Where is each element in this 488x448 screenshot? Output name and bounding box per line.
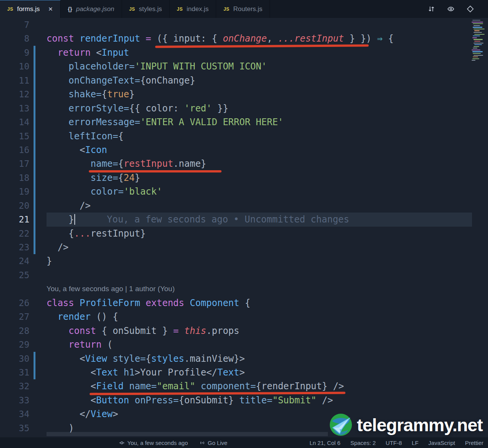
line-number[interactable]: 28 [0, 324, 29, 338]
tab-styles-js[interactable]: JSstyles.js [122, 0, 170, 18]
status-item-go-live[interactable]: Go Live [199, 440, 228, 446]
status-item-spaces-2[interactable]: Spaces: 2 [350, 440, 376, 446]
line-number[interactable]: 32 [0, 379, 29, 393]
code-token: /> [47, 200, 91, 211]
code-line-15[interactable]: 15 leftIcon={ [0, 129, 488, 143]
line-number[interactable]: 14 [0, 115, 29, 129]
code-line-13[interactable]: 13 errorStyle={{ color: 'red' }} [0, 102, 488, 115]
status-item-javascript[interactable]: JavaScript [429, 440, 455, 446]
code-line-14[interactable]: 14 errorMessage='ENTER A VALID ERROR HER… [0, 115, 488, 129]
code-line-7[interactable]: 7 [0, 18, 488, 32]
code-text: errorStyle={{ color: 'red' }} [47, 102, 472, 115]
compare-changes-icon[interactable] [425, 3, 438, 16]
line-number[interactable]: 22 [0, 227, 29, 240]
line-number[interactable]: 16 [0, 143, 29, 157]
line-number[interactable]: 17 [0, 157, 29, 171]
code-token [47, 311, 58, 322]
code-line-24[interactable]: 24} [0, 254, 488, 268]
line-number[interactable]: 11 [0, 74, 29, 87]
code-token: Text [96, 367, 124, 378]
tab-package-json[interactable]: {}package.json [61, 0, 122, 18]
code-token: placeholder= [69, 61, 135, 72]
line-number[interactable]: 12 [0, 87, 29, 101]
horizontal-scrollbar[interactable] [47, 432, 328, 436]
code-line-31[interactable]: 31 <Text h1>Your Profile</Text> [0, 366, 488, 379]
code-line-28[interactable]: 28 const { onSubmit } = this.props [0, 324, 488, 338]
codelens[interactable]: You, a few seconds ago | 1 author (You) [0, 282, 488, 296]
code-line-26[interactable]: 26class ProfileForm extends Component { [0, 296, 488, 310]
line-number[interactable]: 20 [0, 199, 29, 213]
tab-routers-js[interactable]: JSRouters.js [216, 0, 270, 18]
line-number[interactable]: 8 [0, 32, 29, 45]
status-item-utf-8[interactable]: UTF-8 [386, 440, 402, 446]
code-line-29[interactable]: 29 return ( [0, 338, 488, 351]
commit-icon [119, 440, 125, 446]
code-line-25[interactable]: 25 [0, 268, 488, 282]
line-number[interactable]: 34 [0, 407, 29, 421]
tab-forms-js[interactable]: JSforms.js✕ [0, 0, 61, 18]
code-line-12[interactable]: 12 shake={true} [0, 87, 488, 101]
open-preview-icon[interactable] [444, 3, 457, 16]
line-number[interactable]: 33 [0, 393, 29, 407]
code-token: 'black' [124, 186, 162, 197]
line-number[interactable]: 25 [0, 268, 29, 282]
line-number[interactable]: 24 [0, 254, 29, 268]
line-number[interactable]: 30 [0, 352, 29, 366]
code-line-17[interactable]: 17 name={restInput.name} [0, 157, 488, 171]
code-line-21[interactable]: 21 }You, a few seconds ago • Uncommitted… [0, 213, 488, 226]
codelens-text[interactable]: You, a few seconds ago | 1 author (You) [47, 282, 175, 296]
minimap-line [473, 23, 483, 24]
status-item-lf[interactable]: LF [412, 440, 419, 446]
code-line-16[interactable]: 16 <Icon [0, 143, 488, 157]
line-number[interactable]: 19 [0, 185, 29, 198]
code-line-19[interactable]: 19 color='black' [0, 185, 488, 198]
code-line-11[interactable]: 11 onChangeText={onChange} [0, 74, 488, 87]
code-token: < [47, 367, 96, 378]
status-item-ln-21-col-6[interactable]: Ln 21, Col 6 [310, 440, 340, 446]
code-text: }You, a few seconds ago • Uncommitted ch… [47, 213, 472, 226]
line-number[interactable]: 31 [0, 366, 29, 379]
code-line-32[interactable]: 32 <Field name="email" component={render… [0, 379, 488, 393]
code-token: < [47, 353, 85, 364]
code-token: onChangeText= [69, 75, 140, 86]
git-modified-indicator [34, 74, 35, 87]
status-item-label: You, a few seconds ago [127, 440, 188, 446]
code-editor[interactable]: 78const renderInput = ({ input: { onChan… [0, 18, 488, 437]
code-token [47, 186, 91, 197]
line-number[interactable]: 15 [0, 129, 29, 143]
code-line-10[interactable]: 10 placeholder='INPUT WITH CUSTOM ICON' [0, 60, 488, 73]
status-item-prettier[interactable]: Prettier [465, 440, 483, 446]
code-line-23[interactable]: 23 /> [0, 240, 488, 254]
code-text: return <Input [47, 46, 472, 60]
line-number[interactable]: 27 [0, 310, 29, 324]
line-number[interactable]: 13 [0, 102, 29, 115]
close-icon[interactable]: ✕ [48, 6, 53, 13]
code-line-22[interactable]: 22 {...restInput} [0, 227, 488, 240]
code-line-18[interactable]: 18 size={24} [0, 171, 488, 185]
line-number[interactable]: 10 [0, 60, 29, 73]
minimap-line [474, 34, 485, 35]
open-changes-icon[interactable] [464, 3, 477, 16]
line-number[interactable]: 35 [0, 421, 29, 435]
tab-index-js[interactable]: JSindex.js [170, 0, 216, 18]
line-number[interactable]: 9 [0, 46, 29, 60]
code-line-8[interactable]: 8const renderInput = ({ input: { onChang… [0, 32, 488, 45]
code-line-20[interactable]: 20 /> [0, 199, 488, 213]
json-file-icon: {} [68, 6, 72, 12]
gutter [29, 32, 47, 45]
minimap-line [472, 58, 479, 59]
line-number[interactable]: 7 [0, 18, 29, 32]
line-number[interactable]: 21 [0, 213, 29, 226]
line-number[interactable]: 23 [0, 240, 29, 254]
status-item-you-a-few-seconds-ago[interactable]: You, a few seconds ago [119, 440, 188, 446]
code-line-33[interactable]: 33 <Button onPress={onSubmit} title="Sub… [0, 393, 488, 407]
code-text: shake={true} [47, 87, 472, 101]
code-line-27[interactable]: 27 render () { [0, 310, 488, 324]
line-number[interactable]: 26 [0, 296, 29, 310]
minimap-line [472, 22, 483, 23]
line-number[interactable]: 18 [0, 171, 29, 185]
code-line-9[interactable]: 9 return <Input [0, 46, 488, 60]
line-number[interactable]: 29 [0, 338, 29, 351]
code-line-30[interactable]: 30 <View style={styles.mainView}> [0, 352, 488, 366]
minimap[interactable] [471, 20, 487, 61]
